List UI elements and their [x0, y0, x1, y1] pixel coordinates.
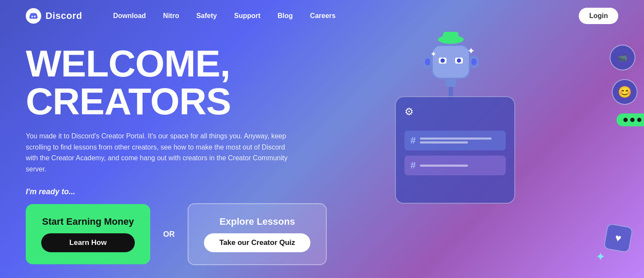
svg-point-7 [440, 58, 445, 63]
svg-rect-15 [425, 58, 430, 65]
discord-icon [26, 8, 41, 24]
or-divider: OR [163, 230, 175, 239]
svg-rect-16 [471, 58, 477, 65]
nav-link-support[interactable]: Support [234, 12, 260, 20]
channel-line-2 [420, 165, 468, 167]
nav-link-nitro[interactable]: Nitro [163, 12, 179, 20]
channel-row-2: # [404, 156, 506, 175]
dot-3 [637, 118, 641, 122]
nav-link-careers[interactable]: Careers [310, 12, 336, 20]
dot-2 [630, 118, 635, 122]
emoji-float-icon: 😊 [612, 79, 638, 105]
discord-logo[interactable]: Discord [26, 8, 82, 24]
nav-link-blog[interactable]: Blog [278, 12, 293, 20]
channel-line-short [420, 141, 468, 144]
svg-rect-4 [433, 46, 469, 78]
login-button[interactable]: Login [579, 8, 618, 24]
smile-icon: 😊 [618, 86, 632, 99]
video-icon: 📹 [618, 53, 627, 62]
hero-title: WELCOME, CREATORS [26, 45, 352, 120]
dot-1 [623, 118, 628, 122]
star-sparkle-icon: ✦ [595, 250, 605, 264]
typing-indicator [617, 113, 644, 126]
svg-point-8 [457, 58, 461, 63]
nav-left: Discord Download Nitro Safety Support Bl… [26, 8, 336, 24]
nav-links: Download Nitro Safety Support Blog Caree… [113, 12, 335, 20]
cta-row: Start Earning Money Learn How OR Explore… [26, 203, 352, 265]
cta-card-explore: Explore Lessons Take our Creator Quiz [188, 203, 327, 265]
heart-float-icon: ♥ [603, 223, 633, 253]
channel-hash-icon-2: # [410, 160, 416, 171]
nav-link-safety[interactable]: Safety [196, 12, 217, 20]
learn-how-button[interactable]: Learn How [41, 233, 135, 252]
channel-hash-icon: # [410, 135, 416, 146]
nav-link-download[interactable]: Download [113, 12, 146, 20]
cta-card-earn: Start Earning Money Learn How [26, 204, 150, 264]
page-wrapper: Discord Download Nitro Safety Support Bl… [0, 0, 644, 278]
channel-lines-2 [420, 165, 500, 167]
discord-panel: ⚙ # # [395, 96, 515, 204]
heart-icon: ♥ [614, 232, 623, 244]
hero-section: WELCOME, CREATORS You made it to Discord… [0, 32, 644, 265]
svg-text:✦: ✦ [467, 46, 475, 56]
channel-line-long [420, 137, 492, 140]
gear-icon: ⚙ [404, 106, 506, 118]
video-float-icon: 📹 [610, 45, 635, 70]
svg-rect-2 [443, 32, 459, 41]
creator-quiz-button[interactable]: Take our Creator Quiz [204, 233, 310, 252]
ready-label: I'm ready to... [26, 187, 352, 196]
hero-content: WELCOME, CREATORS You made it to Discord… [26, 45, 352, 265]
channel-row-1: # [404, 131, 506, 150]
navbar: Discord Download Nitro Safety Support Bl… [0, 0, 644, 32]
hero-illustration: ✦ ✦ ⚙ # [386, 19, 644, 278]
hero-subtitle: You made it to Discord's Creator Portal.… [26, 131, 292, 174]
explore-card-title: Explore Lessons [219, 216, 295, 227]
svg-rect-11 [446, 78, 456, 87]
earn-card-title: Start Earning Money [42, 216, 134, 227]
channel-lines [420, 137, 500, 144]
discord-wordmark: Discord [46, 10, 82, 21]
